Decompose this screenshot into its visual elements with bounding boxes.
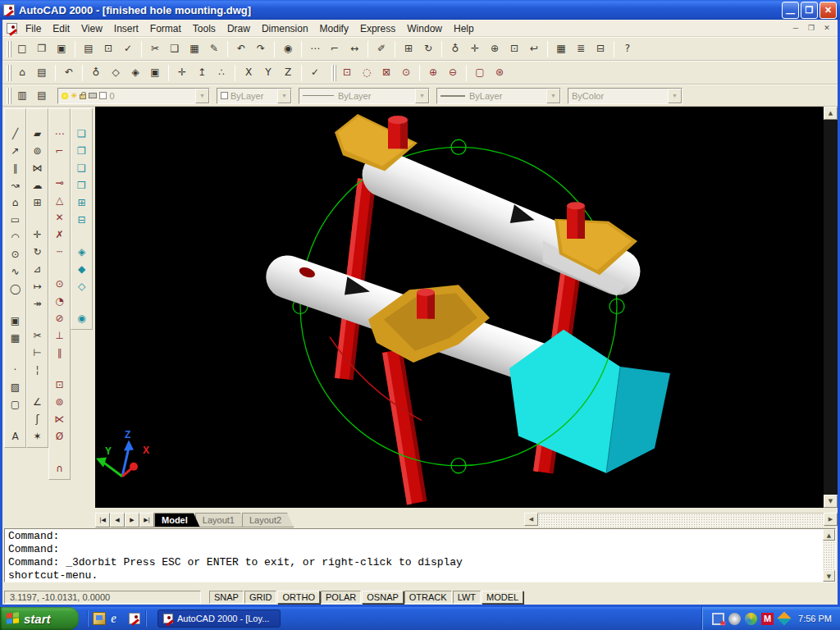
fillet-button[interactable]: ʃ — [29, 411, 47, 428]
undo-button[interactable]: ↶ — [232, 40, 250, 58]
color-dropdown[interactable]: ByLayer ▼ — [217, 88, 292, 104]
stretch-button[interactable]: ↦ — [29, 278, 47, 295]
monitor-tray-icon[interactable] — [712, 613, 724, 625]
cylinder-button[interactable]: ❑ — [73, 160, 91, 177]
array-button[interactable]: ⊞ — [29, 194, 47, 212]
horizontal-scrollbar[interactable]: ◀ ▶ — [524, 513, 838, 527]
snap-to-node-button[interactable]: ⊚ — [51, 394, 69, 411]
paste-button[interactable]: ▦ — [185, 40, 203, 58]
object-ucs-button[interactable]: ◇ — [107, 64, 125, 82]
scroll-up-button[interactable]: ▲ — [824, 107, 838, 120]
command-splitter[interactable] — [2, 583, 838, 590]
menu-modify[interactable]: Modify — [314, 21, 354, 36]
zoom-window-flyout-button[interactable]: ⊡ — [505, 40, 523, 58]
line-button[interactable]: ╱ — [7, 126, 25, 143]
status-toggle-lwt[interactable]: LWT — [453, 591, 481, 604]
lineweight-dropdown[interactable]: ByLayer ▼ — [436, 88, 561, 104]
menu-insert[interactable]: Insert — [108, 21, 144, 36]
z-axis-vector-ucs-button[interactable]: ↥ — [193, 64, 211, 82]
setup-drawing-button[interactable]: ◉ — [73, 310, 91, 327]
wedge-button[interactable]: ❐ — [73, 143, 91, 160]
scroll-left-button[interactable]: ◀ — [524, 513, 538, 526]
zoom-scale-button[interactable]: ⊠ — [377, 64, 395, 82]
z-axis-rotate-ucs-button[interactable]: Z — [279, 64, 297, 82]
offset-button[interactable]: ☁ — [29, 177, 47, 194]
lineweight-dropdown-arrow[interactable]: ▼ — [546, 89, 560, 103]
snap-to-nearest-button[interactable]: ⋉ — [51, 411, 69, 428]
multiline-text-button[interactable]: A — [7, 428, 25, 445]
trim-button[interactable]: ✂ — [29, 327, 47, 345]
torus-button[interactable]: ⊞ — [73, 194, 91, 212]
spell-check-button[interactable]: ✓ — [119, 40, 137, 58]
spline-button[interactable]: ∿ — [7, 263, 25, 281]
insert-block-button[interactable]: ▣ — [7, 313, 25, 330]
new-button[interactable]: □ — [13, 40, 31, 58]
command-history[interactable]: Command:Command:Command: _3dorbit Press … — [8, 530, 820, 582]
status-toggle-osnap[interactable]: OSNAP — [362, 591, 404, 604]
menu-edit[interactable]: Edit — [47, 21, 75, 36]
extend-button[interactable]: ⊢ — [29, 345, 47, 362]
insert-hyperlink-button[interactable]: ◉ — [279, 40, 297, 58]
snap-to-intersection-button[interactable]: ✕ — [51, 209, 69, 226]
3d-views-button[interactable]: ↻ — [419, 40, 437, 58]
revolve-button[interactable]: ◆ — [73, 261, 91, 278]
linetype-dropdown-arrow[interactable]: ▼ — [415, 89, 429, 103]
mdi-minimize-button[interactable]: ─ — [789, 22, 802, 34]
toolbar-grip[interactable] — [7, 65, 9, 81]
3-point-ucs-button[interactable]: ∴ — [212, 64, 231, 82]
linetype-dropdown[interactable]: ByLayer ▼ — [299, 88, 430, 104]
polygon-button[interactable]: ⌂ — [7, 194, 25, 212]
save-button[interactable]: ▣ — [52, 40, 71, 58]
plot-style-dropdown-arrow[interactable]: ▼ — [668, 89, 682, 103]
snap-to-insert-button[interactable]: ⊡ — [51, 377, 69, 394]
tab-nav-button-1[interactable]: ◀ — [110, 513, 125, 527]
osnap-settings-button[interactable]: ∩ — [51, 460, 69, 477]
arc-button[interactable]: ◠ — [7, 229, 25, 246]
layer-dropdown[interactable]: ✳ 0 ▼ — [57, 88, 210, 104]
menu-draw[interactable]: Draw — [221, 21, 256, 36]
zoom-previous-button[interactable]: ↩ — [525, 40, 543, 58]
multiline-button[interactable]: ∥ — [7, 160, 25, 177]
menu-file[interactable]: File — [20, 21, 47, 36]
status-toggle-otrack[interactable]: OTRACK — [404, 591, 452, 604]
close-button[interactable]: ✕ — [819, 2, 837, 19]
autocad-quicklaunch-icon[interactable] — [129, 613, 140, 624]
layer-dropdown-arrow[interactable]: ▼ — [195, 89, 209, 103]
cut-button[interactable]: ✂ — [146, 40, 164, 58]
menu-tools[interactable]: Tools — [187, 21, 221, 36]
chamfer-button[interactable]: ∠ — [29, 394, 47, 411]
box-button[interactable]: ❏ — [73, 126, 91, 143]
dbconnect-button[interactable]: ⊟ — [591, 40, 609, 58]
polyline-button[interactable]: ↝ — [7, 177, 25, 194]
vertical-scroll-track[interactable] — [824, 120, 838, 495]
snap-from-button[interactable]: ⌐ — [326, 40, 344, 58]
break-button[interactable]: ¦ — [29, 362, 47, 379]
command-scrollbar[interactable]: ▲ ▼ — [823, 529, 835, 582]
construction-line-button[interactable]: ↗ — [7, 143, 25, 160]
cone-button[interactable]: ❒ — [73, 177, 91, 194]
restore-button[interactable]: ❐ — [801, 2, 818, 19]
m-badge-tray-icon[interactable]: M — [761, 613, 774, 625]
distance-button[interactable]: ↔ — [345, 40, 363, 58]
world-ucs-button[interactable]: ♁ — [87, 64, 105, 82]
show-desktop-icon[interactable] — [93, 612, 106, 625]
copy-object-button[interactable]: ⊚ — [29, 143, 47, 160]
y-axis-rotate-ucs-button[interactable]: Y — [259, 64, 277, 82]
3d-orbit-button[interactable]: ♁ — [446, 40, 464, 58]
snap-from-button[interactable]: ⌐ — [51, 143, 69, 160]
tab-nav-button-0[interactable]: |◀ — [95, 513, 110, 527]
snap-to-endpoint-button[interactable]: ⊸ — [51, 175, 69, 192]
lengthen-button[interactable]: ↠ — [29, 295, 47, 313]
view-ucs-button[interactable]: ▣ — [146, 64, 164, 82]
tab-nav-button-2[interactable]: ▶ — [125, 513, 139, 527]
copy-button[interactable]: ❑ — [166, 40, 184, 58]
menu-help[interactable]: Help — [448, 21, 480, 36]
scroll-down-button[interactable]: ▼ — [824, 495, 838, 508]
mdi-close-button[interactable]: ✕ — [820, 22, 833, 34]
vertical-scrollbar[interactable]: ▲ ▼ — [824, 107, 838, 508]
point-button[interactable]: · — [7, 362, 25, 379]
minimize-button[interactable]: — — [782, 2, 799, 19]
make-object-layer-current-button[interactable]: ▥ — [13, 87, 31, 105]
tab-model[interactable]: Model — [154, 513, 200, 527]
coordinate-readout[interactable]: 3.1197, -10.0131, 0.0000 — [4, 591, 201, 604]
